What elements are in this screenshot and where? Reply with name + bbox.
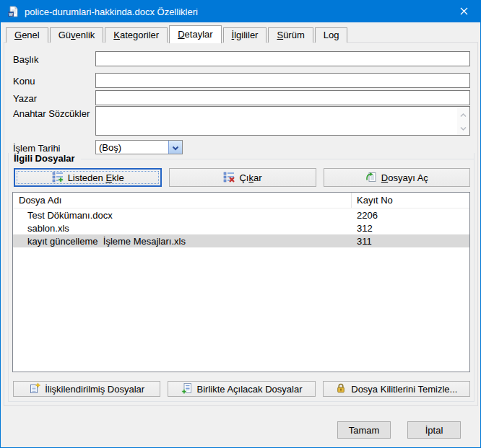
padlock-icon [335,382,347,396]
islem-tarihi-select[interactable]: (Boş) [95,140,183,154]
combo-dropdown-button[interactable] [168,141,182,154]
anahtar-sozcukler-input[interactable] [95,106,470,136]
close-icon [460,6,468,17]
group-label: İlgili Dosyalar [9,153,81,164]
iliskilendirilmis-dosyalar-button[interactable]: İlişkilendirilmiş Dosyalar [13,381,160,397]
linked-document-icon [29,382,40,396]
anahtar-sozcukler-label: Anahtar Sözcükler [13,108,90,119]
table-header: Dosya Adı Kayıt No [13,193,469,208]
table-row-selected[interactable]: kayıt güncelleme İşleme Mesajları.xls 31… [13,234,469,247]
chevron-up-icon [460,109,467,120]
islem-tarihi-label: İşlem Tarihi [13,143,61,154]
open-file-icon [365,171,377,185]
chevron-down-icon [460,122,467,133]
textarea-scrollbar[interactable] [457,107,469,135]
tab-guvenlik[interactable]: Güvenlik [50,27,104,43]
birlikte-acilacak-dosyalar-button[interactable]: Birlikte Açılacak Dosyalar [168,381,315,397]
iptal-button[interactable]: İptal [407,421,461,439]
document-plus-icon [181,382,193,396]
baslik-label: Başlık [13,54,38,65]
titlebar: W police-durumlari-hakkinda.docx Özellik… [1,1,480,22]
yazar-label: Yazar [13,93,37,104]
cikar-button[interactable]: Çıkar [169,168,316,187]
yazar-input[interactable] [95,90,470,105]
dosyayi-ac-button[interactable]: Dosyayı Aç [324,168,470,187]
window-title: police-durumlari-hakkinda.docx Özellikle… [25,6,198,17]
baslik-input[interactable] [95,51,470,66]
close-button[interactable] [448,1,480,22]
list-delete-icon [223,171,235,185]
column-dosya-adi[interactable]: Dosya Adı [13,195,351,206]
listeden-ekle-button[interactable]: Listeden Ekle [14,168,162,187]
tab-genel[interactable]: Genel [6,27,48,43]
konu-input[interactable] [95,73,470,88]
word-document-icon: W [7,6,19,17]
tab-log[interactable]: Log [315,27,348,43]
column-kayit-no[interactable]: Kayıt No [351,193,469,208]
chevron-down-icon [172,142,179,153]
tab-strip: Genel Güvenlik Kategoriler Detaylar İlgi… [4,25,349,43]
tab-detaylar[interactable]: Detaylar [169,25,221,43]
tab-kategoriler[interactable]: Kategoriler [105,27,168,43]
tab-surum[interactable]: Sürüm [268,27,313,43]
konu-label: Konu [13,76,35,87]
group-border-line [81,159,474,159]
tamam-button[interactable]: Tamam [337,421,391,439]
list-plus-icon [52,171,64,185]
table-row[interactable]: Test Dökümanı.docx 2206 [13,208,469,221]
islem-tarihi-value: (Boş) [96,142,168,153]
properties-dialog: W police-durumlari-hakkinda.docx Özellik… [0,0,481,448]
svg-text:W: W [9,12,13,17]
related-files-table[interactable]: Dosya Adı Kayıt No Test Dökümanı.docx 22… [12,192,470,372]
table-row[interactable]: sablon.xls 312 [13,221,469,234]
tab-ilgililer[interactable]: İlgililer [223,27,267,43]
dosya-kilitlerini-temizle-button[interactable]: Dosya Kilitlerini Temizle... [323,381,470,397]
